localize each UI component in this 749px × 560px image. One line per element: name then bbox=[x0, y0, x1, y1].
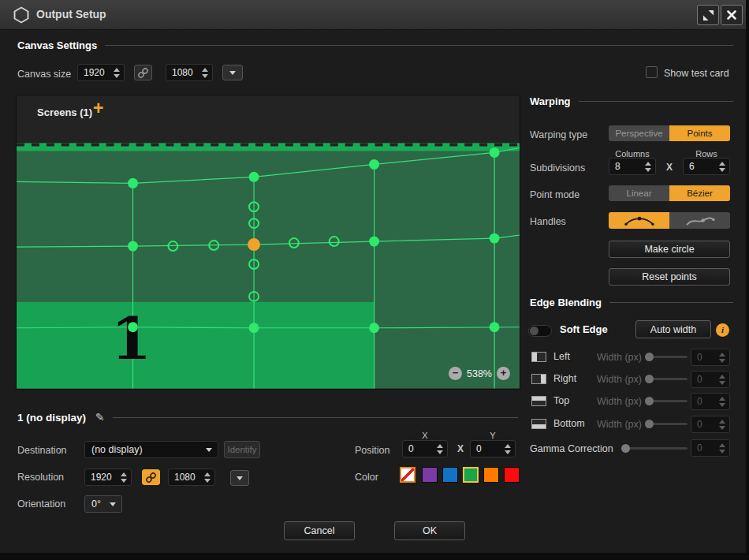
window-right-edge bbox=[746, 0, 749, 560]
edge-left-width-label: Width (px) bbox=[597, 352, 642, 363]
columns-input[interactable]: 8 bbox=[609, 158, 656, 175]
color-swatch-green[interactable] bbox=[463, 467, 479, 483]
window-bottom-edge bbox=[0, 553, 749, 560]
show-test-card-label: Show test card bbox=[664, 68, 729, 79]
position-x-separator: X bbox=[457, 443, 464, 454]
position-x-label: X bbox=[402, 431, 448, 440]
stepper-arrows[interactable] bbox=[719, 375, 726, 385]
show-test-card-checkbox[interactable] bbox=[646, 66, 658, 78]
color-swatch-blue[interactable] bbox=[442, 467, 458, 483]
canvas-size-link-button[interactable] bbox=[134, 65, 152, 80]
point-mode-bezier[interactable]: Bézier bbox=[669, 185, 730, 201]
resolution-link-button[interactable] bbox=[142, 469, 160, 485]
color-swatch-orange[interactable] bbox=[483, 467, 499, 483]
stepper-arrows[interactable] bbox=[719, 443, 726, 454]
warp-grid-svg[interactable]: 1 bbox=[17, 143, 520, 389]
color-swatch-purple[interactable] bbox=[422, 467, 438, 483]
warping-type-label: Warping type bbox=[530, 129, 587, 140]
edge-top-label: Top bbox=[553, 395, 569, 406]
handles-symmetric-option[interactable] bbox=[609, 212, 669, 229]
resolution-width-input[interactable]: 1920 bbox=[84, 469, 132, 486]
slider-knob[interactable] bbox=[645, 353, 654, 361]
edge-left-width-input[interactable]: 0 bbox=[691, 349, 730, 366]
position-y-input[interactable]: 0 bbox=[470, 440, 516, 457]
edge-right-label: Right bbox=[553, 373, 576, 384]
stepper-arrows[interactable] bbox=[202, 68, 209, 78]
orientation-dropdown[interactable]: 0° bbox=[84, 495, 122, 513]
slider-knob[interactable] bbox=[645, 375, 654, 383]
color-swatch-red[interactable] bbox=[504, 467, 520, 483]
subdivisions-x-separator: X bbox=[666, 162, 673, 173]
stepper-arrows[interactable] bbox=[719, 420, 726, 430]
position-y-label: Y bbox=[470, 431, 516, 440]
stepper-arrows[interactable] bbox=[114, 68, 121, 78]
canvas-height-input[interactable]: 1080 bbox=[166, 64, 213, 81]
close-button[interactable] bbox=[721, 5, 743, 25]
stepper-arrows[interactable] bbox=[204, 472, 211, 483]
edge-bottom-width-input[interactable]: 0 bbox=[691, 416, 730, 433]
edge-left-label: Left bbox=[553, 351, 570, 362]
chevron-down-icon bbox=[110, 502, 116, 506]
edge-top-width-input[interactable]: 0 bbox=[691, 393, 730, 410]
gamma-slider[interactable] bbox=[621, 443, 688, 454]
warping-type-perspective[interactable]: Perspective bbox=[609, 125, 669, 141]
stepper-arrows[interactable] bbox=[437, 444, 444, 454]
edge-bottom-slider[interactable] bbox=[645, 419, 688, 429]
auto-width-button[interactable]: Auto width bbox=[635, 320, 711, 338]
destination-dropdown[interactable]: (no display) bbox=[84, 441, 218, 458]
stepper-arrows[interactable] bbox=[719, 162, 726, 172]
destination-label: Destination bbox=[17, 445, 67, 456]
stepper-arrows[interactable] bbox=[505, 444, 512, 454]
make-circle-button[interactable]: Make circle bbox=[609, 241, 730, 258]
screen-name: 1 (no display) bbox=[17, 412, 86, 424]
zoom-in-button[interactable]: + bbox=[497, 367, 510, 380]
gamma-correction-label: Gamma Correction bbox=[530, 443, 613, 454]
color-swatch-none[interactable] bbox=[400, 467, 415, 483]
edge-blending-header: Edge Blending bbox=[530, 297, 733, 308]
ok-button[interactable]: OK bbox=[394, 521, 465, 540]
slider-knob[interactable] bbox=[645, 420, 654, 428]
warping-header: Warping bbox=[530, 95, 733, 107]
cancel-button[interactable]: Cancel bbox=[284, 521, 355, 540]
canvas-size-preset-dropdown[interactable] bbox=[222, 65, 243, 80]
edge-top-slider[interactable] bbox=[645, 396, 688, 406]
resolution-height-input[interactable]: 1080 bbox=[168, 469, 215, 486]
rows-input[interactable]: 6 bbox=[683, 158, 730, 175]
edge-left-slider[interactable] bbox=[645, 352, 688, 362]
add-screen-button[interactable]: + bbox=[93, 99, 103, 118]
canvas-settings-header: Canvas Settings bbox=[17, 39, 733, 51]
edge-right-slider[interactable] bbox=[645, 374, 688, 384]
reset-points-button[interactable]: Reset points bbox=[609, 268, 730, 286]
bezier-symmetric-handles-icon bbox=[622, 214, 657, 227]
slider-knob[interactable] bbox=[645, 397, 654, 405]
expand-button[interactable] bbox=[697, 5, 719, 25]
warping-type-points[interactable]: Points bbox=[669, 125, 730, 141]
handles-asymmetric-option[interactable] bbox=[669, 212, 730, 229]
identify-button[interactable]: Identify bbox=[224, 441, 260, 458]
handles-label: Handles bbox=[530, 216, 566, 227]
svg-text:1: 1 bbox=[111, 304, 151, 372]
slider-knob[interactable] bbox=[621, 444, 630, 453]
edge-right-icon bbox=[531, 374, 546, 384]
stepper-arrows[interactable] bbox=[719, 353, 726, 363]
stepper-arrows[interactable] bbox=[121, 472, 128, 483]
info-icon[interactable]: i bbox=[716, 323, 729, 337]
position-x-input[interactable]: 0 bbox=[402, 440, 448, 457]
point-mode-segmented: Linear Bézier bbox=[609, 185, 730, 201]
stepper-arrows[interactable] bbox=[719, 397, 726, 407]
edge-right-width-input[interactable]: 0 bbox=[691, 371, 730, 388]
resolution-preset-dropdown[interactable] bbox=[230, 470, 249, 486]
gamma-input[interactable]: 0 bbox=[691, 439, 730, 457]
zoom-out-button[interactable]: − bbox=[449, 367, 462, 380]
canvas-width-input[interactable]: 1920 bbox=[77, 64, 125, 81]
edge-bottom-width-label: Width (px) bbox=[597, 419, 642, 430]
canvas-size-label: Canvas size bbox=[17, 69, 71, 80]
point-mode-linear[interactable]: Linear bbox=[609, 185, 669, 201]
output-setup-dialog: Output Setup Canvas Settings Canvas size… bbox=[0, 0, 749, 560]
edge-bottom-icon bbox=[531, 419, 546, 429]
toggle-knob bbox=[530, 327, 538, 335]
edit-pencil-icon[interactable]: ✎ bbox=[95, 411, 105, 424]
edge-right-width-label: Width (px) bbox=[597, 374, 642, 385]
stepper-arrows[interactable] bbox=[645, 162, 652, 172]
soft-edge-toggle[interactable] bbox=[528, 325, 552, 337]
